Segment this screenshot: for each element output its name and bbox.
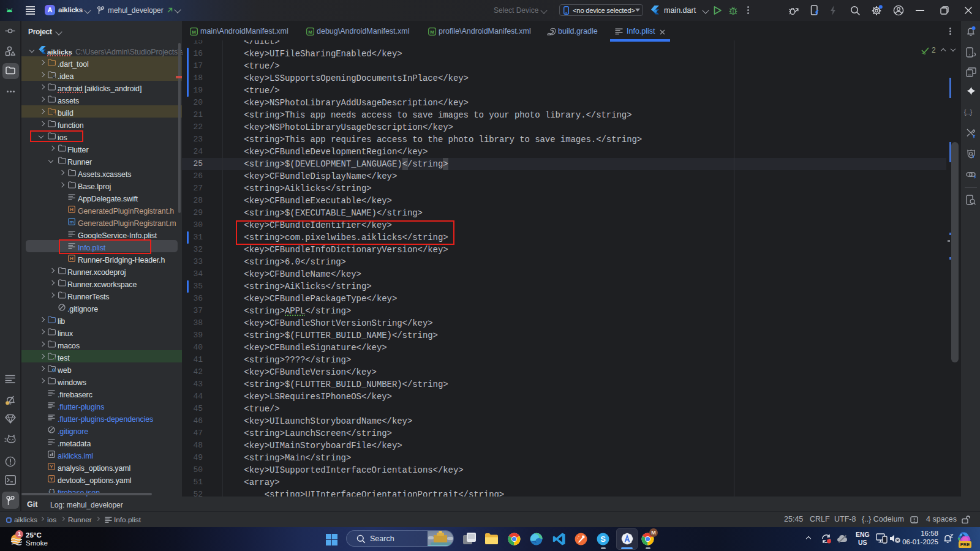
svg-text:H: H bbox=[70, 207, 74, 212]
svg-text:*: * bbox=[53, 75, 55, 78]
svg-text:Y: Y bbox=[50, 476, 53, 482]
svg-text:S: S bbox=[600, 534, 606, 544]
svg-text:*: * bbox=[53, 111, 55, 115]
svg-text:M: M bbox=[192, 29, 196, 35]
svg-text:m: m bbox=[69, 219, 74, 225]
svg-text:M: M bbox=[430, 29, 434, 35]
svg-text:Y: Y bbox=[50, 464, 53, 470]
svg-text:M: M bbox=[308, 29, 312, 35]
svg-text:H: H bbox=[70, 256, 74, 261]
